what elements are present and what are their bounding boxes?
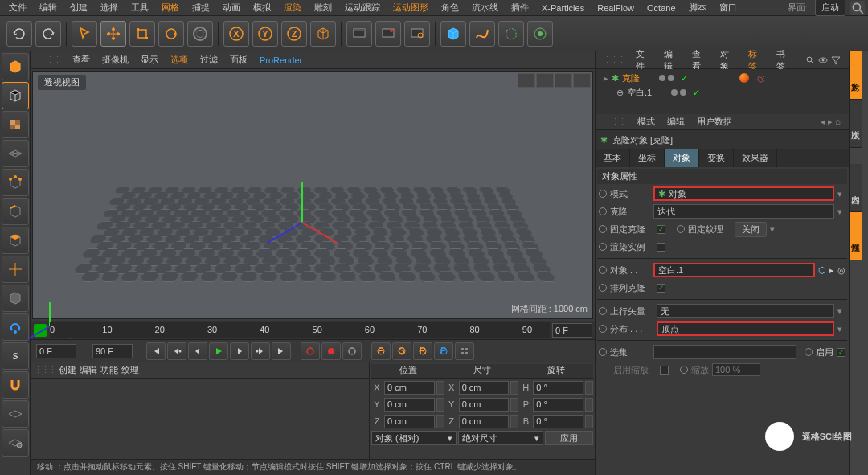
vp-max-icon[interactable] [573,73,591,88]
rot-p-field[interactable]: 0 ° [533,398,583,412]
check-icon[interactable]: ✓ [681,73,688,84]
next-frame-button[interactable] [230,342,249,360]
menu-select[interactable]: 选择 [95,0,124,15]
viewport[interactable]: 透视视图 网格间距 : 1000 cm [32,71,593,319]
selection-field[interactable] [653,345,796,359]
key-rot-button[interactable]: R [413,342,432,360]
key-pos-button[interactable]: P [371,342,391,360]
menu-char[interactable]: 角色 [436,0,465,15]
menu-render[interactable]: 渲染 [278,0,307,15]
keyframe-sel-button[interactable] [342,342,362,360]
rot-b-field[interactable]: 0 ° [533,415,583,428]
scale-field[interactable]: 100 % [712,363,760,376]
current-frame-field[interactable]: 0 F [552,323,592,338]
pos-y-field[interactable]: 0 cm [384,398,435,412]
play-button[interactable] [209,342,228,360]
options-menu[interactable]: 选项 [166,52,193,68]
workplane-button[interactable] [2,140,29,167]
enable-check[interactable]: ✓ [837,348,845,357]
mat-create-menu[interactable]: 创建 [59,364,76,376]
menu-script[interactable]: 脚本 [683,0,712,15]
goto-start-button[interactable] [146,342,166,360]
generator-button[interactable] [498,21,524,47]
menu-edit[interactable]: 编辑 [34,0,63,15]
spinner[interactable] [436,381,444,395]
menu-animate[interactable]: 动画 [217,0,246,15]
tab-basic[interactable]: 基本 [596,149,630,167]
viewport-solo-button[interactable] [2,285,29,312]
attr-nav-icons[interactable]: ◂ ▸ ⌂ [816,115,845,129]
menu-simulate[interactable]: 模拟 [248,0,276,15]
attr-mode-menu[interactable]: 模式 [633,114,660,129]
arrow-icon[interactable]: ▸ [829,265,834,276]
tweak-button[interactable] [2,313,29,341]
render-pv-button[interactable] [375,21,401,47]
axis-x-button[interactable]: X [223,21,249,47]
magnet-weight-button[interactable] [2,371,29,399]
point-mode-button[interactable] [2,169,29,196]
mat-tex-menu[interactable]: 纹理 [121,364,139,376]
model-mode-button[interactable] [2,82,29,109]
rtab-objects[interactable]: 对象 [850,51,862,100]
tab-coord[interactable]: 坐标 [630,149,665,167]
make-editable-button[interactable] [2,53,29,80]
spline-button[interactable] [469,21,495,47]
next-key-button[interactable] [251,342,270,360]
object-tree[interactable]: ▸✱克隆 ✓ ◎ ⊕空白.1 ✓ [596,69,849,114]
menu-rf[interactable]: RealFlow [592,2,640,14]
panel-menu[interactable]: 面板 [225,52,252,68]
picker-icon[interactable]: ⬡ [818,265,826,276]
coord-mode-select[interactable]: 对象 (相对)▾ [371,431,457,445]
dist-select[interactable]: 顶点 [657,321,834,336]
key-pla-button[interactable] [455,342,474,360]
layout-select[interactable]: 启动 [815,0,845,16]
grip-icon[interactable]: ⋮⋮⋮ [599,53,628,67]
size-mode-select[interactable]: 绝对尺寸▾ [458,431,543,445]
edge-mode-button[interactable] [2,198,29,225]
size-z-field[interactable]: 0 cm [459,415,510,428]
mat-func-menu[interactable]: 功能 [100,364,118,376]
menu-plugins[interactable]: 插件 [506,0,534,15]
rtab-attributes[interactable]: 属性 [850,212,862,260]
menu-pipeline[interactable]: 流水线 [466,0,504,15]
timeline-track[interactable]: 0102030405060708090 [50,322,550,338]
planar-workplane-button[interactable] [2,429,29,457]
pos-z-field[interactable]: 0 cm [384,415,435,428]
coord-sys-button[interactable] [310,21,336,47]
autokey-button[interactable] [321,342,341,360]
menu-snap[interactable]: 捕捉 [186,0,215,15]
apply-button[interactable]: 应用 [545,431,593,445]
radio-icon[interactable] [599,190,607,198]
move-tool[interactable] [100,21,126,47]
goto-end-button[interactable] [272,342,291,360]
mat-edit-menu[interactable]: 编辑 [80,364,97,376]
search-icon[interactable] [850,1,865,15]
rotate-tool[interactable] [158,21,184,47]
check-icon[interactable]: ✓ [693,88,700,98]
size-x-field[interactable]: 0 cm [459,381,510,395]
menu-window[interactable]: 窗口 [714,0,743,15]
menu-track[interactable]: 运动跟踪 [339,0,386,15]
fixtex-select[interactable]: 关闭 [735,222,767,237]
fixclone-check[interactable]: ✓ [657,225,665,234]
vp-pan-icon[interactable] [518,73,535,88]
object-field[interactable]: 空白.1 [653,263,815,277]
om-search-icon[interactable] [805,55,816,66]
tab-object[interactable]: 对象 [665,149,699,167]
menu-create[interactable]: 创建 [64,0,93,15]
filter-menu[interactable]: 过滤 [195,52,223,68]
tree-item-cloner[interactable]: ▸✱克隆 ✓ ◎ [597,71,847,85]
vp-orbit-icon[interactable] [555,73,572,88]
inst-check[interactable] [657,243,665,252]
cube-primitive-button[interactable] [440,21,466,47]
vp-zoom-icon[interactable] [536,73,554,88]
sort-check[interactable]: ✓ [657,284,665,293]
axis-z-button[interactable]: Z [281,21,307,47]
tab-transform[interactable]: 变换 [699,149,734,167]
clone-select[interactable]: 迭代 [653,204,834,219]
menu-oct[interactable]: Octane [641,2,681,14]
select-tool[interactable] [72,21,97,47]
tab-effectors[interactable]: 效果器 [734,149,777,167]
recent-tool[interactable] [187,21,213,47]
attr-userdata-menu[interactable]: 用户数据 [692,114,737,129]
